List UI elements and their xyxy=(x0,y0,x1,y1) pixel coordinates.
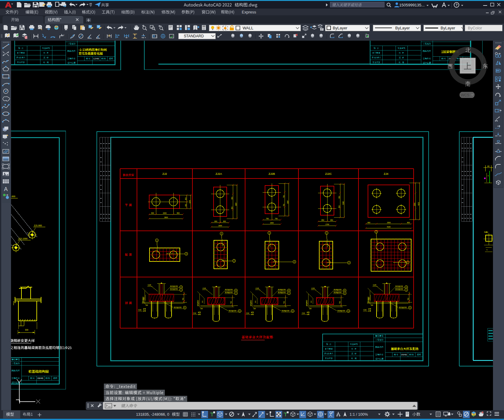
svg-text:C25: C25 xyxy=(373,284,377,286)
svg-text:150: 150 xyxy=(368,297,370,300)
svg-text:1: 1 xyxy=(376,231,377,233)
svg-text:Φ22@200: Φ22@200 xyxy=(399,306,407,308)
svg-text:1: 1 xyxy=(269,232,270,234)
svg-text:800: 800 xyxy=(214,220,217,222)
svg-text:100: 100 xyxy=(146,305,148,306)
svg-text:C25: C25 xyxy=(148,284,151,286)
svg-text:ZJ2C: ZJ2C xyxy=(325,172,332,175)
svg-text:750: 750 xyxy=(275,218,278,219)
svg-text:b: b xyxy=(409,307,411,309)
svg-text:2: 2 xyxy=(294,261,295,263)
svg-text:150: 150 xyxy=(255,301,256,303)
svg-text:2: 2 xyxy=(186,253,187,255)
svg-text:xY: xY xyxy=(62,34,65,37)
svg-text:2: 2 xyxy=(348,262,350,264)
svg-text:800: 800 xyxy=(407,222,410,223)
svg-text:4100: 4100 xyxy=(387,226,390,228)
svg-text:2500: 2500 xyxy=(387,222,391,223)
svg-text:C25: C25 xyxy=(256,287,259,289)
svg-text:800: 800 xyxy=(231,197,233,200)
svg-text:?: ? xyxy=(456,3,458,7)
svg-text:.1: .1 xyxy=(155,35,157,38)
svg-text:750: 750 xyxy=(283,195,285,198)
svg-text:C10: C10 xyxy=(246,312,249,314)
svg-text:Φ8@600: Φ8@600 xyxy=(250,300,252,306)
svg-text:1:1 / 100%: 1:1 / 100% xyxy=(350,412,368,417)
svg-text:600: 600 xyxy=(185,197,187,200)
svg-text:Φ18@150: Φ18@150 xyxy=(282,310,289,312)
svg-text:800: 800 xyxy=(231,207,233,209)
svg-text:ZJ1-900: ZJ1-900 xyxy=(34,224,42,227)
svg-text:b: b xyxy=(239,310,240,312)
svg-text:1: 1 xyxy=(235,292,237,294)
svg-text:A: A xyxy=(406,286,407,288)
svg-text:750: 750 xyxy=(266,218,269,219)
svg-text:600: 600 xyxy=(185,204,187,207)
svg-text:150: 150 xyxy=(202,301,203,303)
svg-text:3: 3 xyxy=(407,261,408,263)
svg-text:ZJ4: ZJ4 xyxy=(384,172,388,175)
svg-text:ZJ2A: ZJ2A xyxy=(215,172,222,175)
svg-text:850: 850 xyxy=(338,196,340,199)
svg-text:ZJ1-1000: ZJ1-1000 xyxy=(18,238,28,240)
svg-text:1700: 1700 xyxy=(325,223,329,225)
svg-text:C10: C10 xyxy=(302,312,305,314)
svg-text:Φ18@200: Φ18@200 xyxy=(278,291,286,293)
svg-text:1: 1 xyxy=(344,292,345,294)
svg-text:1: 1 xyxy=(156,239,157,241)
svg-text:700: 700 xyxy=(182,298,184,301)
svg-text:100: 100 xyxy=(200,308,203,309)
svg-text:700: 700 xyxy=(339,301,341,304)
svg-text:ZJ2: ZJ2 xyxy=(162,172,167,175)
svg-text:800: 800 xyxy=(367,222,370,223)
svg-text:Φ22@200: Φ22@200 xyxy=(174,306,181,308)
svg-text:100: 100 xyxy=(309,308,312,309)
svg-text:1: 1 xyxy=(288,292,290,294)
svg-text:09/46: 09/46 xyxy=(401,353,407,356)
svg-text:b: b xyxy=(488,175,489,177)
svg-text:Φ8@600: Φ8@600 xyxy=(306,300,308,306)
svg-text:b: b xyxy=(184,307,185,309)
svg-text:850: 850 xyxy=(330,219,333,221)
svg-text:2500: 2500 xyxy=(414,203,415,206)
svg-text:3387: 3387 xyxy=(287,200,289,204)
svg-text:800: 800 xyxy=(177,212,180,214)
svg-text:4100: 4100 xyxy=(418,202,419,205)
svg-text:Φ18@150: Φ18@150 xyxy=(278,289,286,291)
svg-text:C25: C25 xyxy=(311,287,315,289)
svg-text:850: 850 xyxy=(321,219,324,221)
svg-text:08/46: 08/46 xyxy=(37,377,43,380)
svg-text:150: 150 xyxy=(143,297,145,300)
svg-text:C10: C10 xyxy=(138,309,141,311)
svg-text:WCS: WCS xyxy=(461,93,469,97)
svg-text:b: b xyxy=(348,310,349,312)
svg-text:C10: C10 xyxy=(363,309,366,311)
svg-text:A: A xyxy=(4,186,8,192)
svg-text:Φ18@200: Φ18@200 xyxy=(225,291,233,293)
svg-text:850: 850 xyxy=(338,205,340,208)
svg-text:700: 700 xyxy=(230,301,232,304)
svg-text:ZJ2B: ZJ2B xyxy=(268,172,275,175)
svg-text:Φ22@200: Φ22@200 xyxy=(395,285,403,287)
svg-text:A: A xyxy=(180,286,182,288)
svg-text:2: 2 xyxy=(233,260,235,262)
svg-text:3387: 3387 xyxy=(235,202,237,206)
svg-text:Φ18@200: Φ18@200 xyxy=(334,289,341,291)
svg-text:3248: 3248 xyxy=(342,201,344,205)
svg-text:Φ22@200: Φ22@200 xyxy=(225,289,233,291)
svg-text:C10: C10 xyxy=(193,312,196,314)
svg-text:Φ8@600: Φ8@600 xyxy=(197,300,199,306)
svg-text:Φ22@150: Φ22@150 xyxy=(229,310,236,312)
svg-text:12/46: 12/46 xyxy=(93,57,99,60)
svg-text:150: 150 xyxy=(310,301,312,303)
svg-text:800: 800 xyxy=(223,220,226,222)
svg-text:A: A xyxy=(235,290,237,291)
svg-text:700: 700 xyxy=(407,298,409,301)
svg-text:1: 1 xyxy=(326,232,327,234)
svg-text:1200: 1200 xyxy=(189,200,191,203)
svg-text:Φ18@200: Φ18@200 xyxy=(334,291,341,293)
svg-text:1: 1 xyxy=(180,289,182,291)
svg-text:480: 480 xyxy=(487,166,490,167)
svg-text:C25: C25 xyxy=(203,287,206,289)
svg-text:A: A xyxy=(344,290,345,291)
